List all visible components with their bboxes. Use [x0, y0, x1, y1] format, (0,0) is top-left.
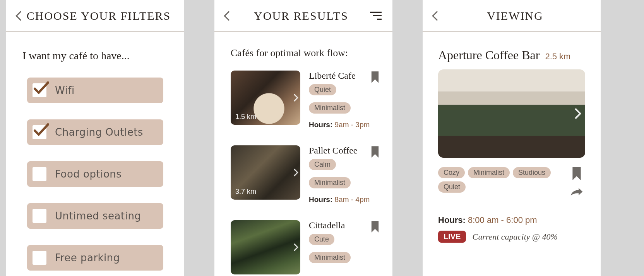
checkbox[interactable]	[33, 83, 46, 97]
viewing-body: Aperture Coffee Bar 2.5 km CozyMinimalis…	[423, 32, 601, 243]
bookmark-icon[interactable]	[371, 221, 379, 233]
live-badge: LIVE	[438, 231, 466, 243]
bookmark-icon[interactable]	[371, 146, 379, 158]
result-card[interactable]: CittadellaCuteMinimalist	[231, 220, 379, 274]
filter-label: Untimed seating	[55, 210, 141, 222]
cafe-name: Aperture Coffee Bar	[438, 48, 540, 62]
filter-option[interactable]: Untimed seating	[27, 203, 163, 229]
filter-label: Food options	[55, 168, 122, 180]
tag: Calm	[309, 159, 336, 170]
result-hours: Hours: 8am - 4pm	[309, 195, 379, 204]
chevron-right-icon[interactable]	[291, 94, 298, 102]
screen-title: CHOOSE YOUR FILTERS	[24, 9, 173, 22]
filter-option[interactable]: Wifi	[27, 78, 163, 103]
result-distance: 1.5 km	[235, 113, 256, 121]
cafe-hero-image[interactable]	[438, 69, 585, 158]
result-thumbnail[interactable]: 1.5 km	[231, 71, 300, 125]
tag: Minimalist	[468, 167, 510, 178]
tag: Minimalist	[309, 177, 351, 188]
checkbox[interactable]	[33, 125, 46, 139]
screen-results: YOUR RESULTS Cafés for optimal work flow…	[214, 0, 392, 276]
screen-title: VIEWING	[440, 9, 590, 22]
result-hours: Hours: 9am - 3pm	[309, 121, 379, 129]
topbar: CHOOSE YOUR FILTERS	[6, 0, 184, 32]
checkbox[interactable]	[33, 167, 46, 181]
filter-toggle-icon[interactable]	[370, 12, 382, 20]
result-name: Cittadella	[309, 220, 379, 231]
filter-label: Wifi	[55, 85, 75, 96]
result-thumbnail[interactable]	[231, 220, 300, 274]
result-name: Pallet Coffee	[309, 145, 379, 156]
filters-body: I want my café to have... WifiCharging O…	[6, 32, 184, 271]
result-card[interactable]: 1.5 kmLiberté CafeQuietMinimalistHours: …	[231, 71, 379, 129]
filter-label: Free parking	[55, 252, 120, 264]
live-text: Current capacity @ 40%	[472, 232, 557, 242]
result-info: CittadellaCuteMinimalist	[300, 220, 379, 274]
tag: Cute	[309, 234, 334, 245]
chevron-right-icon[interactable]	[291, 243, 298, 251]
result-name: Liberté Cafe	[309, 71, 379, 81]
cafe-tags: CozyMinimalistStudiousQuiet	[438, 167, 568, 199]
filter-label: Charging Outlets	[55, 126, 143, 138]
result-distance: 3.7 km	[235, 188, 256, 196]
tag: Minimalist	[309, 252, 351, 263]
screen-title: YOUR RESULTS	[232, 9, 370, 22]
cafe-title-row: Aperture Coffee Bar 2.5 km	[438, 48, 585, 62]
result-card[interactable]: 3.7 kmPallet CoffeeCalmMinimalistHours: …	[231, 145, 379, 204]
result-info: Pallet CoffeeCalmMinimalistHours: 8am - …	[300, 145, 379, 204]
tag: Quiet	[438, 181, 466, 193]
result-info: Liberté CafeQuietMinimalistHours: 9am - …	[300, 71, 379, 129]
topbar: VIEWING	[423, 0, 601, 32]
chevron-right-icon[interactable]	[291, 169, 298, 176]
share-icon[interactable]	[570, 187, 583, 199]
hours-value: 8:00 am - 6:00 pm	[468, 215, 537, 225]
results-heading: Cafés for optimal work flow:	[231, 47, 379, 59]
tag: Quiet	[309, 84, 336, 95]
bookmark-icon[interactable]	[572, 167, 582, 180]
live-row: LIVE Current capacity @ 40%	[438, 231, 585, 243]
results-body: Cafés for optimal work flow: 1.5 kmLiber…	[214, 32, 392, 274]
filter-option[interactable]: Food options	[27, 161, 163, 187]
tag: Cozy	[438, 167, 465, 178]
cafe-distance: 2.5 km	[545, 52, 570, 62]
cafe-hours: Hours: 8:00 am - 6:00 pm	[438, 215, 585, 225]
tag: Studious	[513, 167, 551, 178]
screen-viewing: VIEWING Aperture Coffee Bar 2.5 km CozyM…	[423, 0, 601, 276]
topbar: YOUR RESULTS	[214, 0, 392, 32]
hours-label: Hours:	[438, 215, 466, 225]
filter-option[interactable]: Free parking	[27, 245, 163, 271]
next-image-icon[interactable]	[570, 108, 581, 119]
filters-prompt: I want my café to have...	[22, 50, 168, 62]
checkbox[interactable]	[33, 209, 46, 223]
checkbox[interactable]	[33, 251, 46, 265]
filter-option[interactable]: Charging Outlets	[27, 119, 163, 145]
result-thumbnail[interactable]: 3.7 km	[231, 145, 300, 200]
screen-filters: CHOOSE YOUR FILTERS I want my café to ha…	[6, 0, 184, 276]
bookmark-icon[interactable]	[371, 71, 379, 83]
tag: Minimalist	[309, 102, 351, 114]
